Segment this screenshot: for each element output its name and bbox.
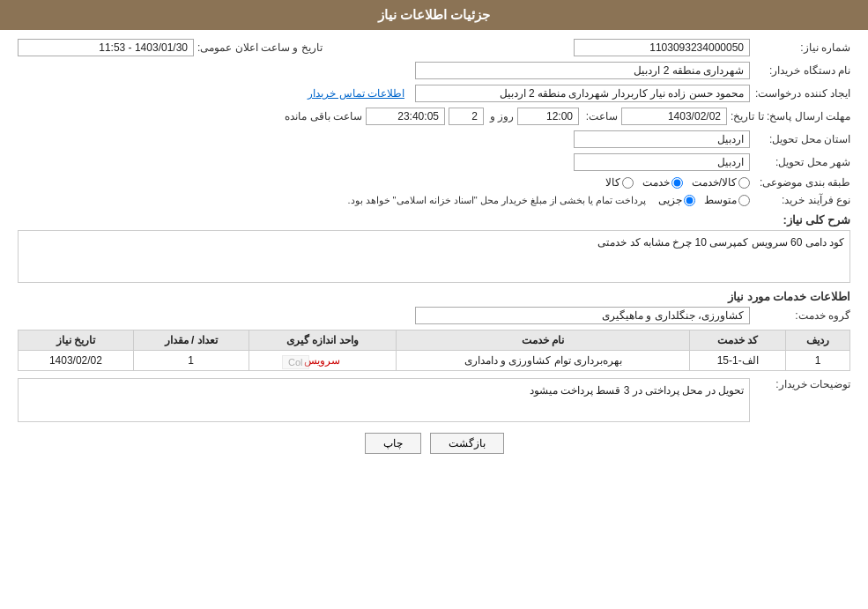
buyer-org-label: نام دستگاه خریدار:: [753, 64, 850, 77]
province-value: اردبیل: [574, 130, 750, 148]
purchase-type-jozii: جزیی: [658, 194, 695, 206]
category-option-kala: کالا: [605, 176, 634, 189]
buyer-notes-text: تحویل در محل پرداختی در 3 قسط پرداخت میش…: [530, 384, 744, 397]
category-option-khedmat: خدمت: [642, 176, 683, 189]
category-option-kala-khedmat: کالا/خدمت: [692, 176, 750, 189]
th-quantity: تعداد / مقدار: [133, 330, 249, 351]
button-row: بازگشت چاپ: [18, 433, 850, 454]
cell-name: بهره‌برداری توام کشاورزی و دامداری: [397, 351, 690, 371]
remaining-label: ساعت باقی مانده: [285, 110, 362, 123]
buyer-org-value: شهرداری منطقه 2 اردبیل: [415, 62, 750, 79]
radio-khedmat[interactable]: [671, 177, 683, 189]
row-service-group: گروه خدمت: کشاورزی، جنگلداری و ماهیگیری: [18, 307, 850, 324]
creator-label: ایجاد کننده درخواست:: [753, 87, 850, 100]
creator-value: محمود حسن زاده نیار کاربردار شهرداری منط…: [415, 85, 750, 102]
cell-unit: سرویس: [249, 351, 396, 371]
th-row: ردیف: [786, 330, 850, 351]
need-desc-text: کود دامی 60 سرویس کمپرسی 10 چرخ مشابه کد…: [597, 236, 844, 249]
services-section-title: اطلاعات خدمات مورد نیاز: [18, 290, 850, 303]
header-title: جزئیات اطلاعات نیاز: [378, 7, 490, 22]
buyer-notes-label: توضیحات خریدار:: [753, 378, 850, 390]
category-label: طبقه بندی موضوعی:: [753, 176, 850, 189]
contact-link[interactable]: اطلاعات تماس خریدار: [308, 87, 404, 100]
deadline-label: مهلت ارسال پاسخ: تا تاریخ:: [731, 110, 850, 123]
announce-label: تاریخ و ساعت اعلان عمومی:: [197, 41, 323, 54]
label-khedmat: خدمت: [642, 176, 670, 189]
radio-jozii[interactable]: [684, 195, 695, 206]
announce-value: 1403/01/30 - 11:53: [18, 39, 194, 56]
radio-kala-khedmat[interactable]: [738, 177, 750, 189]
timer-value: 23:40:05: [366, 108, 445, 125]
row-city: شهر محل تحویل: اردبیل: [18, 153, 850, 171]
table-header-row: ردیف کد خدمت نام خدمت واحد اندازه گیری ت…: [19, 330, 850, 351]
category-radio-group: کالا/خدمت خدمت کالا: [605, 176, 750, 189]
row-purchase-type: نوع فرآیند خرید: متوسط جزیی پرداخت تمام …: [18, 194, 850, 206]
province-label: استان محل تحویل:: [753, 133, 850, 145]
page-header: جزئیات اطلاعات نیاز: [0, 0, 868, 30]
services-table-wrapper: ردیف کد خدمت نام خدمت واحد اندازه گیری ت…: [18, 330, 850, 371]
time-label: ساعت:: [582, 110, 618, 123]
purchase-type-radio-group: متوسط جزیی: [658, 194, 750, 206]
row-need-number: شماره نیاز: 1103093234000050 تاریخ و ساع…: [18, 39, 850, 56]
cell-quantity: 1: [133, 351, 249, 371]
radio-motavasset[interactable]: [738, 195, 750, 206]
label-motavasset: متوسط: [704, 194, 737, 206]
deadline-time: 12:00: [517, 108, 579, 125]
radio-kala[interactable]: [622, 177, 634, 189]
purchase-type-label: نوع فرآیند خرید:: [753, 194, 850, 206]
th-name: نام خدمت: [397, 330, 690, 351]
need-number-value: 1103093234000050: [574, 39, 750, 56]
day-label: روز و: [487, 110, 514, 123]
page-wrapper: جزئیات اطلاعات نیاز شماره نیاز: 11030932…: [0, 0, 868, 609]
deadline-date: 1403/02/02: [621, 108, 727, 125]
services-table: ردیف کد خدمت نام خدمت واحد اندازه گیری ت…: [18, 330, 850, 371]
th-unit: واحد اندازه گیری: [249, 330, 396, 351]
need-number-label: شماره نیاز:: [753, 41, 850, 54]
table-row: 1 الف-1-15 بهره‌برداری توام کشاورزی و دا…: [19, 351, 850, 371]
city-label: شهر محل تحویل:: [753, 156, 850, 168]
cell-row: 1: [786, 351, 850, 371]
row-province: استان محل تحویل: اردبیل: [18, 130, 850, 148]
th-code: کد خدمت: [690, 330, 786, 351]
need-desc-value: کود دامی 60 سرویس کمپرسی 10 چرخ مشابه کد…: [18, 230, 850, 283]
city-value: اردبیل: [574, 153, 750, 171]
print-button[interactable]: چاپ: [365, 433, 421, 454]
back-button[interactable]: بازگشت: [430, 433, 504, 454]
need-desc-label: شرح کلی نیاز:: [18, 213, 850, 227]
need-desc-section: شرح کلی نیاز: کود دامی 60 سرویس کمپرسی 1…: [18, 213, 850, 283]
purchase-type-note: پرداخت تمام یا بخشی از مبلغ خریدار محل "…: [347, 195, 646, 206]
th-date: تاریخ نیاز: [19, 330, 134, 351]
day-value: 2: [449, 108, 484, 125]
label-kala: کالا: [605, 176, 620, 189]
col-badge: Col: [282, 356, 309, 368]
row-category: طبقه بندی موضوعی: کالا/خدمت خدمت کالا: [18, 176, 850, 189]
buyer-notes-value: تحویل در محل پرداختی در 3 قسط پرداخت میش…: [18, 378, 750, 422]
row-deadline: مهلت ارسال پاسخ: تا تاریخ: 1403/02/02 سا…: [18, 108, 850, 125]
service-group-label: گروه خدمت:: [753, 309, 850, 322]
main-content: شماره نیاز: 1103093234000050 تاریخ و ساع…: [0, 30, 868, 472]
purchase-type-motavasset: متوسط: [704, 194, 750, 206]
row-buyer-org: نام دستگاه خریدار: شهرداری منطقه 2 اردبی…: [18, 62, 850, 79]
cell-code: الف-1-15: [690, 351, 786, 371]
service-group-value: کشاورزی، جنگلداری و ماهیگیری: [415, 307, 750, 324]
label-kala-khedmat: کالا/خدمت: [692, 176, 737, 189]
label-jozii: جزیی: [658, 194, 682, 206]
row-creator: ایجاد کننده درخواست: محمود حسن زاده نیار…: [18, 85, 850, 102]
row-buyer-notes: توضیحات خریدار: تحویل در محل پرداختی در …: [18, 378, 850, 422]
need-desc-area: کود دامی 60 سرویس کمپرسی 10 چرخ مشابه کد…: [18, 230, 850, 283]
cell-date: 1403/02/02: [19, 351, 134, 371]
